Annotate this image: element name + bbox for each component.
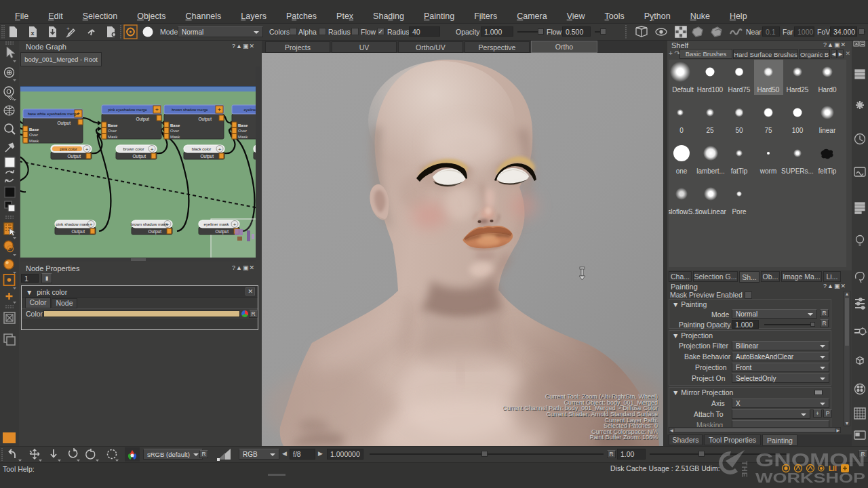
- svg-text:linear: linear: [819, 127, 836, 134]
- svg-text:black color: black color: [192, 147, 212, 151]
- svg-text:0: 0: [679, 127, 684, 134]
- svg-text:brown color: brown color: [123, 147, 144, 151]
- svg-text:50: 50: [735, 127, 743, 134]
- svg-text:Pore: Pore: [732, 208, 747, 216]
- svg-text:pink color: pink color: [60, 147, 77, 151]
- svg-text:sloflowS...: sloflowS...: [669, 208, 698, 216]
- svg-text:Default: Default: [672, 86, 694, 94]
- svg-text:Hard75: Hard75: [728, 86, 751, 94]
- svg-text:100: 100: [792, 127, 804, 134]
- svg-text:Hard0: Hard0: [818, 86, 837, 94]
- svg-text:pink eyeshadow merge: pink eyeshadow merge: [108, 108, 147, 112]
- svg-text:+: +: [66, 26, 70, 32]
- svg-text:feltTip: feltTip: [818, 167, 837, 175]
- svg-text:worm: worm: [760, 167, 776, 175]
- svg-text:Hard25: Hard25: [787, 86, 809, 94]
- svg-text:x: x: [31, 30, 34, 37]
- svg-text:brown shadow merge: brown shadow merge: [172, 108, 208, 112]
- svg-text:base white eyeshadow merge: base white eyeshadow merge: [28, 112, 78, 116]
- svg-text:eyeliner mask: eyeliner mask: [203, 222, 229, 226]
- svg-text:pink shadow mask: pink shadow mask: [56, 222, 90, 226]
- svg-text:SUPERs...: SUPERs...: [781, 167, 814, 175]
- svg-text:Hard100: Hard100: [697, 86, 724, 94]
- svg-text:eyeliner merge: eyeliner merge: [244, 108, 256, 112]
- svg-text:75: 75: [764, 127, 772, 134]
- svg-text:flowLinear: flowLinear: [695, 208, 726, 216]
- svg-text:LII: LII: [829, 465, 837, 472]
- svg-text:lambert...: lambert...: [696, 167, 725, 175]
- svg-text:one: one: [676, 167, 688, 175]
- svg-text:Hard50: Hard50: [757, 86, 780, 94]
- svg-text:25: 25: [706, 127, 714, 134]
- svg-text:brown shadow mask: brown shadow mask: [131, 222, 169, 226]
- svg-text:fatTip: fatTip: [731, 167, 748, 175]
